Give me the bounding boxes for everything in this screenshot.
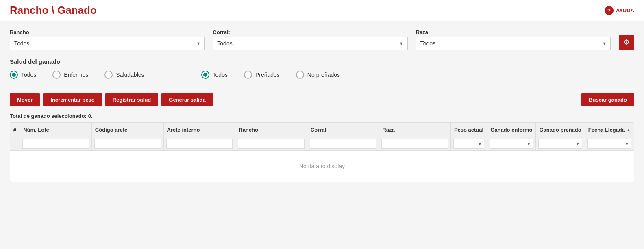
filter-peso-actual xyxy=(450,137,487,151)
left-actions: Mover Incrementar peso Registrar salud G… xyxy=(10,93,213,106)
settings-button[interactable]: ⚙ xyxy=(619,35,634,50)
filter-fecha-select[interactable] xyxy=(587,139,631,149)
table-filter-row xyxy=(10,137,634,151)
rancho-label: Rancho: xyxy=(10,29,205,35)
filter-peso-select[interactable] xyxy=(453,139,484,149)
table-body: No data to display xyxy=(10,151,634,182)
radio-label-prenados: Preñados xyxy=(255,71,280,78)
page-title: Rancho \ Ganado xyxy=(10,4,97,17)
filter-enfermo-select[interactable] xyxy=(490,139,533,149)
th-ganado-enfermo: Ganado enfermo xyxy=(487,123,536,137)
total-label-text: Total de ganado seleccionado: xyxy=(10,113,87,119)
actions-row: Mover Incrementar peso Registrar salud G… xyxy=(10,93,634,106)
th-codigo-arete: Código arete xyxy=(91,123,163,137)
registrar-button[interactable]: Registrar salud xyxy=(105,93,159,106)
rancho-filter-group: Rancho: Todos xyxy=(10,29,205,50)
filter-arete-interno xyxy=(163,137,235,151)
filter-rancho xyxy=(235,137,307,151)
filter-ganado-enfermo xyxy=(487,137,536,151)
rancho-select[interactable]: Todos xyxy=(10,37,205,50)
th-rancho: Rancho xyxy=(235,123,307,137)
radio-no-prenados[interactable]: No preñados xyxy=(296,71,340,79)
radio-circle-todos-health xyxy=(10,71,18,79)
total-value: 0. xyxy=(88,113,93,119)
ganado-table: # Núm. Lote Código arete Arete interno R… xyxy=(10,123,634,182)
filter-raza-input[interactable] xyxy=(381,139,448,149)
radio-label-no-prenados: No preñados xyxy=(307,71,340,78)
radio-circle-saludables xyxy=(104,71,113,79)
filter-corral xyxy=(307,137,379,151)
filter-codigo-arete xyxy=(91,137,163,151)
corral-label: Corral: xyxy=(213,29,407,35)
radio-todos-pregnancy[interactable]: Todos xyxy=(201,71,228,79)
no-data-row: No data to display xyxy=(10,151,634,182)
filter-fecha-llegada xyxy=(585,137,634,151)
th-num-lote: Núm. Lote xyxy=(20,123,92,137)
incrementar-button[interactable]: Incrementar peso xyxy=(43,93,102,106)
table-container: # Núm. Lote Código arete Arete interno R… xyxy=(10,122,634,182)
divider xyxy=(10,87,634,87)
radio-prenados[interactable]: Preñados xyxy=(244,71,280,79)
radio-circle-no-prenados xyxy=(296,71,304,79)
radio-circle-enfermos xyxy=(52,71,61,79)
gear-icon: ⚙ xyxy=(623,38,630,47)
th-arete-interno: Arete interno xyxy=(163,123,235,137)
th-hash: # xyxy=(10,123,20,137)
raza-select[interactable]: Todos xyxy=(416,37,611,50)
th-ganado-prenado: Ganado preñado xyxy=(536,123,585,137)
help-label: AYUDA xyxy=(616,7,634,13)
th-corral: Corral xyxy=(307,123,379,137)
th-fecha-llegada: Fecha Llegada ▲ xyxy=(585,123,634,137)
health-section: Salud del ganado Todos Enfermos Saludabl… xyxy=(10,58,634,79)
th-raza: Raza xyxy=(379,123,451,137)
corral-filter-group: Corral: Todos xyxy=(213,29,407,50)
filter-arete-interno-input[interactable] xyxy=(166,139,233,149)
no-data-cell: No data to display xyxy=(10,151,634,182)
radio-label-saludables: Saludables xyxy=(116,71,144,78)
filter-prenado-select[interactable] xyxy=(538,139,582,149)
filter-raza xyxy=(379,137,451,151)
radio-saludables[interactable]: Saludables xyxy=(104,71,144,79)
filter-ganado-prenado xyxy=(536,137,585,151)
filter-num-lote-input[interactable] xyxy=(22,139,89,149)
th-peso-actual: Peso actual xyxy=(450,123,487,137)
help-icon: ? xyxy=(605,6,614,15)
radio-label-todos-pregnancy: Todos xyxy=(213,71,228,78)
filter-hash xyxy=(10,137,20,151)
radio-label-enfermos: Enfermos xyxy=(64,71,88,78)
total-label: Total de ganado seleccionado: 0. xyxy=(10,113,634,119)
radio-circle-prenados xyxy=(244,71,252,79)
main-content: Rancho: Todos Corral: Todos Raza: Todos xyxy=(0,21,644,190)
th-fecha-label: Fecha Llegada xyxy=(588,127,625,133)
top-bar: Rancho \ Ganado ? AYUDA xyxy=(0,0,644,21)
mover-button[interactable]: Mover xyxy=(10,93,40,106)
radio-todos-health[interactable]: Todos xyxy=(10,71,36,79)
filters-row: Rancho: Todos Corral: Todos Raza: Todos xyxy=(10,29,634,50)
filter-corral-input[interactable] xyxy=(310,139,376,149)
filter-num-lote xyxy=(20,137,92,151)
radio-enfermos[interactable]: Enfermos xyxy=(52,71,88,79)
help-button[interactable]: ? AYUDA xyxy=(605,6,634,15)
filter-rancho-input[interactable] xyxy=(238,139,305,149)
sort-asc-icon: ▲ xyxy=(627,128,631,132)
table-header-row: # Núm. Lote Código arete Arete interno R… xyxy=(10,123,634,137)
radio-label-todos-health: Todos xyxy=(21,71,36,78)
generar-button[interactable]: Generar salida xyxy=(161,93,213,106)
radio-circle-todos-pregnancy xyxy=(201,71,209,79)
health-section-title: Salud del ganado xyxy=(10,58,634,65)
filter-codigo-arete-input[interactable] xyxy=(94,139,161,149)
buscar-button[interactable]: Buscar ganado xyxy=(581,93,634,106)
corral-select[interactable]: Todos xyxy=(213,37,407,50)
raza-label: Raza: xyxy=(416,29,611,35)
raza-filter-group: Raza: Todos xyxy=(416,29,611,50)
radio-group: Todos Enfermos Saludables Todos Preñados xyxy=(10,71,634,79)
